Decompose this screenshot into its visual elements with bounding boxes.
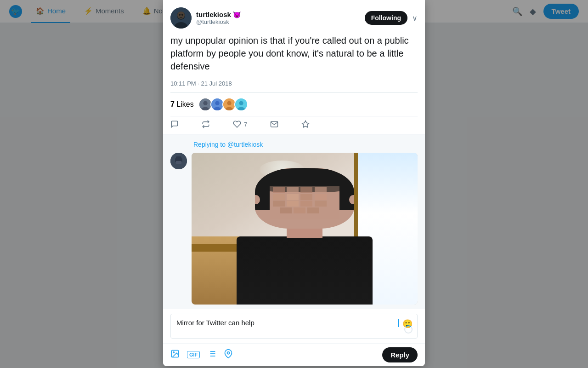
like-action[interactable]: 7	[233, 120, 247, 128]
user-avatar[interactable]	[170, 7, 192, 29]
gif-badge: GIF	[187, 351, 200, 358]
svg-point-4	[179, 14, 181, 16]
svg-rect-23	[176, 161, 181, 164]
reply-input-box: Mirror for Twitter can help 🙂	[170, 314, 418, 339]
tweet-header: turtlekiosk 😈 @turtlekiosk Following ∨	[163, 0, 425, 29]
gif-icon[interactable]: GIF	[187, 349, 200, 361]
bookmark-action[interactable]	[301, 120, 310, 128]
svg-rect-22	[181, 158, 182, 162]
svg-point-5	[181, 14, 183, 16]
svg-marker-18	[302, 121, 309, 127]
tweet-timestamp: 10:11 PM · 21 Jul 2018	[163, 78, 425, 92]
chevron-down-icon[interactable]: ∨	[412, 14, 418, 23]
svg-point-32	[227, 352, 230, 354]
action-bar: 7	[163, 116, 425, 134]
like-avatar-4	[234, 98, 248, 111]
likes-row: 7 Likes	[163, 93, 425, 116]
reply-input-section: Mirror for Twitter can help 🙂	[163, 309, 425, 343]
likes-count: 7 Likes	[170, 100, 194, 109]
svg-rect-21	[175, 158, 176, 162]
reply-button[interactable]: Reply	[382, 347, 418, 362]
svg-point-7	[203, 101, 207, 105]
reply-section: Replying to @turtlekiosk	[163, 134, 425, 309]
location-icon[interactable]	[224, 349, 233, 361]
user-emoji: 😈	[233, 11, 241, 18]
tweet-modal: turtlekiosk 😈 @turtlekiosk Following ∨ m…	[163, 0, 425, 366]
tweet-text: my unpopular opinion is that if you're c…	[163, 29, 425, 78]
reply-photo	[192, 153, 418, 305]
reply-action[interactable]	[170, 120, 179, 128]
likes-avatars	[198, 98, 248, 111]
mail-action[interactable]	[270, 120, 278, 128]
retweet-action[interactable]	[202, 120, 210, 128]
reply-user-avatar	[170, 153, 187, 169]
svg-point-16	[239, 101, 243, 105]
following-button[interactable]: Following	[365, 11, 407, 25]
reply-input-text[interactable]: Mirror for Twitter can help	[176, 319, 397, 327]
svg-point-13	[227, 101, 231, 105]
reply-toolbar: GIF	[163, 343, 425, 366]
text-cursor	[398, 319, 399, 327]
username: @turtlekiosk	[196, 18, 241, 25]
image-upload-icon[interactable]	[170, 349, 180, 361]
svg-point-25	[173, 352, 175, 353]
loading-spinner	[404, 325, 413, 334]
replying-to-user[interactable]: @turtlekiosk	[227, 141, 263, 148]
svg-point-10	[215, 101, 219, 105]
replying-to: Replying to @turtlekiosk	[170, 141, 418, 148]
modal-overlay: turtlekiosk 😈 @turtlekiosk Following ∨ m…	[0, 0, 588, 368]
user-info: turtlekiosk 😈 @turtlekiosk	[196, 11, 241, 25]
poll-icon[interactable]	[207, 349, 216, 361]
like-count: 7	[244, 121, 247, 128]
display-name: turtlekiosk	[196, 11, 231, 18]
toolbar-icons: GIF	[170, 349, 233, 361]
